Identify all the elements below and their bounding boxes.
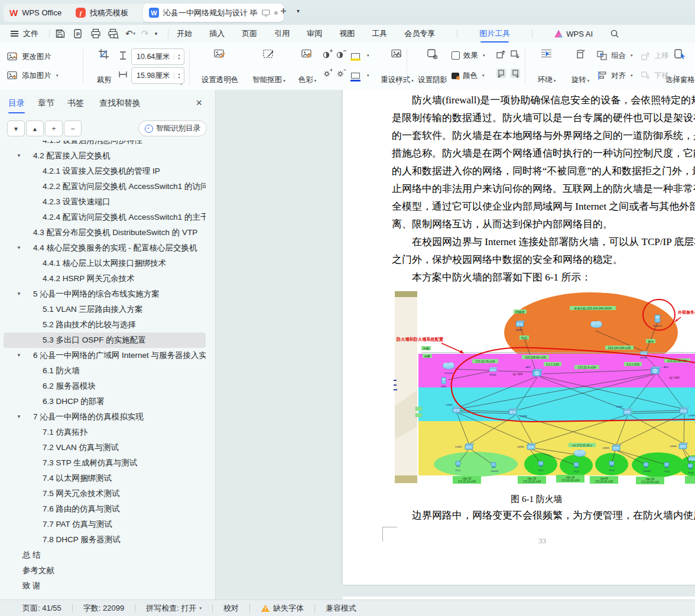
hamburger-icon[interactable] — [11, 33, 18, 34]
save-icon[interactable] — [54, 28, 66, 40]
picture-width-value[interactable]: 15.98厘米 — [132, 71, 174, 81]
picture-height-value[interactable]: 10.64厘米 — [132, 52, 174, 62]
status-compat-mode[interactable]: 兼容模式 — [326, 603, 356, 614]
toc-item[interactable]: 7.8 DHCP 服务器测试 — [4, 532, 206, 547]
rotate-right-90-icon[interactable] — [509, 66, 521, 80]
toc-item[interactable]: 致 谢 — [4, 578, 206, 594]
set-transparent-color-button[interactable]: 设置透明色 — [194, 47, 246, 86]
menu-tools[interactable]: 工具 — [372, 28, 387, 39]
toc-item[interactable]: 6.3 DHCP 的部署 — [4, 394, 206, 409]
color-adjust-button[interactable]: 色彩▾ — [291, 47, 324, 86]
new-tab-button[interactable]: + — [280, 5, 287, 18]
picture-width-icon[interactable] — [117, 67, 129, 82]
menu-review[interactable]: 审阅 — [307, 28, 322, 39]
toc-item[interactable]: ▼5 沁县一中网络的综合布线实施方案 — [4, 286, 206, 302]
send-backward-icon[interactable] — [509, 47, 521, 61]
rotate-left-90-icon[interactable] — [495, 66, 507, 80]
toc-item[interactable]: ▼7 沁县一中网络的仿真模拟实现 — [4, 409, 206, 425]
menu-member[interactable]: 会员专享 — [404, 28, 435, 39]
highlight-color-button[interactable]: ▾ — [351, 47, 369, 64]
toc-item[interactable]: 4.4.1 核心层上以太网接口捆绑技术 — [4, 256, 206, 271]
status-spellcheck[interactable]: 拼写检查: 打开▾ — [146, 603, 202, 614]
brightness-up-icon[interactable] — [321, 66, 333, 80]
rotate-button[interactable]: 旋转▾ — [562, 47, 599, 86]
toc-item[interactable]: 7.5 网关冗余技术测试 — [4, 486, 206, 501]
toc-item[interactable]: 7.7 PAT 仿真与测试 — [4, 517, 206, 532]
width-stepper[interactable]: ▴▾ — [174, 72, 184, 79]
tab-bookmarks[interactable]: 书签 — [67, 98, 84, 109]
picture-width-field[interactable]: 15.98厘米 ▴▾ — [131, 67, 184, 84]
toc-item[interactable]: 4.3 配置分布层交换机 DistributeSwitch 的 VTP — [4, 225, 206, 240]
toc-item[interactable]: 4.2.3 设置快速端口 — [4, 194, 206, 210]
group-button[interactable]: 组合▾ — [597, 47, 633, 64]
toc-item[interactable]: 7.6 路由的仿真与测试 — [4, 501, 206, 517]
bring-forward-icon[interactable] — [495, 47, 507, 61]
toc-item[interactable]: 4.2.4 配置访问层交换机 AccessSwitch1 的主干 ... — [4, 210, 206, 225]
tab-wps-office[interactable]: W WPS Office — [4, 4, 77, 22]
tab-document[interactable]: W 沁县一中网络规划与设计 毕业设 — [143, 4, 284, 22]
height-stepper[interactable]: ▴▾ — [174, 53, 184, 60]
doc-text-block[interactable]: 防火墙(firewall)是一项协助确保信息安全的设备，会依照特定的规是限制传输… — [392, 92, 695, 286]
undo-button[interactable]: ↶▾ — [125, 28, 135, 39]
picture-height-icon[interactable] — [117, 48, 129, 63]
picture-height-field[interactable]: 10.64厘米 ▴▾ — [131, 48, 184, 65]
toc-expand-down-button[interactable]: ▾ — [7, 120, 25, 136]
close-sidebar-icon[interactable]: × — [196, 97, 202, 109]
effects-button[interactable]: 效果▾ — [452, 47, 485, 64]
toc-item[interactable]: 7.1 仿真拓扑 — [4, 425, 206, 440]
collapse-arrow-icon[interactable]: ▼ — [17, 409, 21, 425]
print-preview-icon[interactable] — [108, 28, 119, 40]
wps-ai-button[interactable]: WPS AI — [554, 30, 593, 38]
contrast-up-icon[interactable] — [321, 47, 333, 61]
search-icon[interactable] — [610, 29, 619, 38]
redo-button[interactable]: ↷ — [141, 28, 149, 39]
toc-item[interactable]: 6.2 服务器模块 — [4, 379, 206, 394]
status-proofread[interactable]: 校对 — [223, 603, 239, 614]
collapse-arrow-icon[interactable]: ▼ — [17, 240, 21, 256]
toc-item[interactable]: 5.2 路由技术的比较与选择 — [4, 317, 206, 333]
toc-item[interactable]: 5.1 VLAN 三层路由接入方案 — [4, 302, 206, 317]
collapse-arrow-icon[interactable]: ▼ — [17, 348, 21, 363]
menu-insert[interactable]: 插入 — [209, 28, 225, 39]
brightness-down-icon[interactable] — [335, 66, 347, 80]
border-color-button[interactable]: ▾ — [351, 67, 369, 84]
figure-6-1-network-diagram[interactable]: MSR1 Server1 HUB1 firewall FW5 HUB2 AR1 … — [392, 291, 695, 485]
picture-color-button[interactable]: 颜色▾ — [452, 67, 485, 84]
toc-item[interactable]: 4.1.5 设置启用消息同步特性 — [4, 141, 206, 148]
align-button[interactable]: 对齐▾ — [597, 67, 633, 84]
toc-item[interactable]: 4.4.2 HSRP 网关冗余技术 — [4, 271, 206, 286]
file-menu[interactable]: 文件 — [23, 28, 38, 39]
toc-collapse-up-button[interactable]: ▴ — [26, 120, 44, 136]
toc-item[interactable]: 7.4 以太网捆绑测试 — [4, 471, 206, 486]
toc-item[interactable]: ▼4.4 核心层交换服务的实现 - 配置核心层交换机 — [4, 240, 206, 256]
toc-item[interactable]: 总 结 — [4, 547, 206, 563]
document-area[interactable]: 防火墙(firewall)是一项协助确保信息安全的设备，会依照特定的规是限制传输… — [216, 90, 695, 599]
toc-item[interactable]: ▼4.2 配置接入层交换机 — [4, 148, 206, 164]
style-dialog-launcher[interactable]: ⌟ — [397, 79, 400, 86]
tab-list-button[interactable]: ▾ — [297, 8, 300, 14]
change-picture-button[interactable]: 更改图片 — [7, 48, 51, 65]
menu-home[interactable]: 开始 — [177, 28, 192, 39]
toc-item[interactable]: 参考文献 — [4, 563, 206, 578]
toc-item[interactable]: 7.2 VLAN 仿真与测试 — [4, 440, 206, 455]
tab-chapters[interactable]: 章节 — [38, 98, 54, 109]
status-missing-font[interactable]: 缺失字体 — [261, 603, 304, 614]
collapse-arrow-icon[interactable]: ▼ — [17, 148, 21, 164]
doc-text-line[interactable]: 边界网路中，网络变更不会很频繁，为方便管理，在防火墙内使用 — [392, 507, 695, 524]
menu-reference[interactable]: 引用 — [274, 28, 290, 39]
tab-docer[interactable]: f 找稿壳模板 — [70, 4, 150, 22]
set-shadow-button[interactable]: 设置阴影 — [411, 47, 454, 86]
collapse-arrow-icon[interactable]: ▼ — [17, 286, 21, 302]
menu-page[interactable]: 页面 — [242, 28, 257, 39]
toc-item[interactable]: 7.3 STP 生成树仿真与测试 — [4, 455, 206, 471]
print-icon[interactable] — [90, 28, 102, 40]
menu-view[interactable]: 视图 — [339, 28, 355, 39]
crop-button[interactable]: 裁剪 — [87, 47, 121, 86]
toc-item[interactable]: ▼6 沁县一中网络的广域网 Internet 与服务器接入实施 ... — [4, 348, 206, 363]
size-dialog-launcher[interactable]: ⌟ — [180, 79, 183, 86]
menu-picture-tools[interactable]: 图片工具 — [479, 28, 510, 39]
tab-contents[interactable]: 目录 — [8, 98, 25, 109]
status-page-indicator[interactable]: 页面: 41/55 — [22, 603, 61, 614]
contrast-down-icon[interactable] — [335, 47, 347, 61]
toc-item[interactable]: 5.3 多出口 OSPF 的实施配置 — [4, 333, 206, 348]
